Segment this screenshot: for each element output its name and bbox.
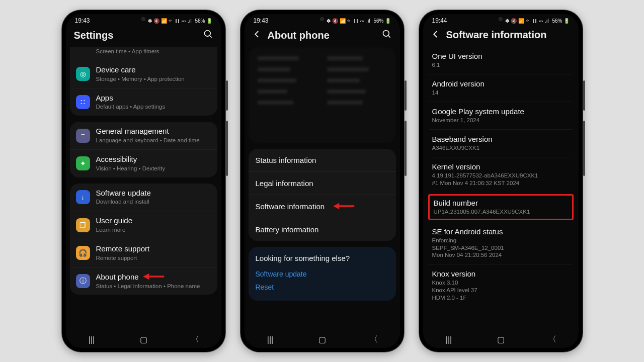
nav-bar: ||| ▢ 〈 [245,329,400,348]
info-title: Build number [434,199,568,207]
info-subtitle: Knox API level 37 [432,287,570,294]
nav-recents-icon[interactable]: ||| [443,335,454,344]
page-title: Settings [74,30,197,41]
row-title: About phone [96,273,211,282]
info-row[interactable]: Knox versionKnox 3.10Knox API level 37HD… [429,264,573,307]
phone-mockup-software-info: 19:44 ✽ 🔇 📶 ᯤ ‖‖ ⎓ .ıl 56%🔋 Software inf… [419,10,583,352]
nav-bar: ||| ▢ 〈 [423,329,579,348]
settings-row[interactable]: ◎Device careStorage • Memory • App prote… [70,60,217,88]
info-subtitle: 14 [432,89,570,97]
about-row[interactable]: Software information [249,195,396,218]
svg-line-1 [209,36,211,38]
search-icon[interactable] [382,29,392,41]
suggestions-card: Looking for something else? Software upd… [249,247,396,301]
svg-line-5 [388,36,390,38]
nav-recents-icon[interactable]: ||| [86,335,97,344]
about-row[interactable]: Legal information [249,171,396,195]
info-subtitle: 4.19.191-28577532-abA346EXXU9CXK1 [432,172,570,179]
status-time: 19:43 [75,17,90,24]
nav-home-icon[interactable]: ▢ [138,335,149,344]
info-row[interactable]: SE for Android statusEnforcingSEPF_SM-A3… [429,222,573,264]
nav-back-icon[interactable]: 〈 [368,334,379,345]
row-title: User guide [96,216,211,226]
suggestion-link[interactable]: Software update [256,267,389,281]
suggestions-title: Looking for something else? [256,254,389,262]
info-row[interactable]: One UI version6.1 [429,47,573,74]
nav-bar: ||| ▢ 〈 [66,329,221,348]
nav-recents-icon[interactable]: ||| [265,335,276,344]
row-subtitle: Default apps • App settings [96,103,211,111]
row-icon: ❐ [76,218,90,232]
settings-row[interactable]: 🎧Remote supportRemote support [70,239,217,267]
info-subtitle: #1 Mon Nov 4 21:06:32 KST 2024 [432,179,570,187]
row-icon: ↓ [76,190,90,204]
status-time: 19:44 [432,17,447,24]
back-icon[interactable] [253,30,262,41]
row-subtitle: Learn more [96,226,211,234]
status-icons: ✽ 🔇 📶 ᯤ ‖‖ ⎓ .ıl [505,18,548,24]
info-row[interactable]: Android version14 [429,74,573,102]
nav-home-icon[interactable]: ▢ [316,335,328,344]
row-title: Remote support [96,244,211,254]
nav-back-icon[interactable]: 〈 [190,334,201,345]
info-subtitle: SEPF_SM-A346E_12_0001 [432,244,570,252]
svg-point-0 [204,31,210,37]
row-title: Accessibility [96,155,211,164]
row-subtitle: Vision • Hearing • Dexterity [96,165,211,172]
settings-row[interactable]: ∷AppsDefault apps • App settings [70,88,217,116]
status-battery: 56% [373,18,383,24]
suggestion-link[interactable]: Reset [256,281,389,294]
row-subtitle: Language and keyboard • Date and time [96,137,211,144]
info-subtitle: Mon Nov 04 21:20:56 2024 [432,251,570,259]
about-row[interactable]: Battery information [249,218,396,241]
info-subtitle: Enforcing [432,237,570,244]
info-title: Kernel version [432,162,570,171]
row-icon: ⓘ [76,274,90,288]
annotation-arrow [333,202,355,210]
info-subtitle: UP1A.231005.007.A346EXXU9CXK1 [434,208,568,216]
info-subtitle: 6.1 [432,61,570,69]
row-icon: 🎧 [76,246,90,260]
partial-row-sub: Screen time • App timers [96,48,211,55]
status-battery: 56% [552,18,562,24]
row-subtitle: Status • Legal information • Phone name [96,283,211,290]
info-title: SE for Android status [432,227,570,236]
row-title: General management [96,127,211,136]
settings-row[interactable]: ↓Software updateDownload and install [70,184,217,211]
info-title: One UI version [432,52,570,60]
info-subtitle: Knox 3.10 [432,279,570,287]
page-title: About phone [268,30,376,41]
phone-mockup-about: 19:43 ✽ 🔇 📶 ᯤ ‖‖ ⎓ .ıl 56%🔋 About phone [240,10,404,352]
row-icon: ≡ [76,129,90,143]
status-icons: ✽ 🔇 📶 ᯤ ‖‖ ⎓ .ıl [148,18,191,24]
info-row[interactable]: Google Play system updateNovember 1, 202… [429,102,573,129]
settings-row[interactable]: ❐User guideLearn more [70,211,217,239]
nav-back-icon[interactable]: 〈 [547,334,558,345]
status-icons: ✽ 🔇 📶 ᯤ ‖‖ ⎓ .ıl [327,18,370,24]
info-title: Google Play system update [432,107,570,116]
settings-row[interactable]: ✦AccessibilityVision • Hearing • Dexteri… [70,149,217,177]
settings-row[interactable]: ⓘAbout phoneStatus • Legal information •… [70,267,217,295]
device-info-blurred [249,47,396,143]
svg-point-4 [383,31,389,37]
info-subtitle: HDM 2.0 - 1F [432,294,570,302]
row-subtitle: Download and install [96,198,211,206]
info-row[interactable]: Kernel version4.19.191-28577532-abA346EX… [429,157,573,192]
phone-mockup-settings: 19:43 ✽ 🔇 📶 ᯤ ‖‖ ⎓ .ıl 56%🔋 Settings Scr… [62,10,225,352]
row-title: Apps [96,94,211,103]
nav-home-icon[interactable]: ▢ [495,335,506,344]
back-icon[interactable] [431,30,440,41]
info-row[interactable]: Baseband versionA346EXXU9CXK1 [429,129,573,157]
search-icon[interactable] [203,29,213,41]
row-title: Device care [96,65,211,75]
settings-row[interactable]: ≡General managementLanguage and keyboard… [70,122,217,149]
row-subtitle: Storage • Memory • App protection [96,75,211,83]
row-title: Software update [96,189,211,198]
info-subtitle: November 1, 2024 [432,117,570,124]
about-row[interactable]: Status information [249,149,396,171]
row-icon: ◎ [76,67,90,81]
info-row[interactable]: Build numberUP1A.231005.007.A346EXXU9CXK… [428,194,574,220]
status-battery: 56% [195,18,205,24]
info-title: Android version [432,79,570,88]
info-title: Baseband version [432,135,570,143]
